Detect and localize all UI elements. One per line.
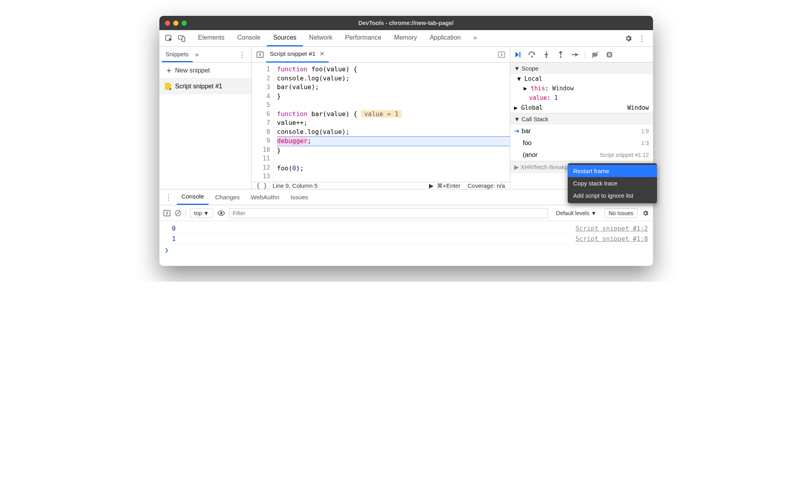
scope-this[interactable]: ▶ this: Window bbox=[510, 84, 653, 93]
callstack-section-header[interactable]: ▼ Call Stack bbox=[510, 113, 653, 125]
step-over-icon[interactable] bbox=[528, 51, 536, 58]
resume-icon[interactable] bbox=[513, 51, 522, 58]
context-menu: Restart frame Copy stack trace Add scrip… bbox=[568, 163, 657, 203]
log-value: 1 bbox=[164, 235, 176, 242]
snippet-file-icon bbox=[165, 83, 171, 90]
minimize-window-button[interactable] bbox=[173, 21, 178, 26]
run-shortcut: ⌘+Enter bbox=[437, 182, 461, 189]
log-source-link[interactable]: Script snippet #1:8 bbox=[575, 235, 648, 242]
svg-point-7 bbox=[546, 56, 547, 58]
issues-button[interactable]: No Issues bbox=[604, 208, 638, 218]
step-out-icon[interactable] bbox=[556, 51, 565, 58]
svg-point-8 bbox=[560, 56, 561, 58]
drawer-tab-issues[interactable]: Issues bbox=[286, 190, 313, 204]
deactivate-breakpoints-icon[interactable] bbox=[591, 51, 599, 58]
cursor-position: Line 9, Column 5 bbox=[273, 182, 318, 189]
svg-rect-12 bbox=[608, 53, 609, 56]
tab-performance[interactable]: Performance bbox=[339, 30, 388, 46]
settings-icon[interactable] bbox=[624, 34, 632, 42]
log-value: 0 bbox=[164, 225, 176, 232]
pause-on-exceptions-icon[interactable] bbox=[605, 51, 614, 58]
new-snippet-button[interactable]: ＋ New snippet bbox=[159, 63, 251, 78]
zoom-window-button[interactable] bbox=[182, 21, 187, 26]
step-into-icon[interactable] bbox=[542, 51, 551, 58]
step-icon[interactable] bbox=[571, 52, 579, 58]
device-toolbar-icon[interactable] bbox=[175, 34, 188, 42]
panel-tabs: Elements Console Sources Network Perform… bbox=[192, 30, 624, 46]
console-settings-icon[interactable] bbox=[642, 210, 649, 217]
editor-pane: Script snippet #1 ✕ 12345678910111213 fu… bbox=[252, 47, 510, 189]
scope-value[interactable]: value: 1 bbox=[510, 93, 653, 103]
console-toolbar: top▼ Default levels▼ No Issues bbox=[159, 205, 653, 221]
close-window-button[interactable] bbox=[165, 21, 170, 26]
svg-rect-3 bbox=[257, 52, 263, 57]
drawer-tab-webauthn[interactable]: WebAuthn bbox=[246, 190, 284, 204]
callstack-frame[interactable]: foo 1:3 bbox=[510, 137, 653, 149]
tab-network[interactable]: Network bbox=[303, 30, 339, 46]
snippet-item-label: Script snippet #1 bbox=[175, 83, 222, 90]
toggle-debugger-icon[interactable] bbox=[496, 51, 508, 58]
tab-overflow[interactable]: » bbox=[467, 30, 483, 46]
close-tab-icon[interactable]: ✕ bbox=[320, 50, 325, 57]
main-toolbar: Elements Console Sources Network Perform… bbox=[159, 30, 653, 47]
code-editor[interactable]: 12345678910111213 function foo(value) { … bbox=[252, 63, 510, 182]
console-prompt[interactable]: ❯ bbox=[164, 244, 648, 254]
clear-console-icon[interactable] bbox=[174, 210, 182, 217]
svg-point-17 bbox=[220, 212, 222, 214]
navigator-sidebar: Snippets » ⋮ ＋ New snippet Script snippe… bbox=[159, 47, 252, 189]
console-output: 0 Script snippet #1:2 1 Script snippet #… bbox=[159, 221, 653, 266]
tab-console[interactable]: Console bbox=[231, 30, 267, 46]
tab-sources[interactable]: Sources bbox=[267, 30, 303, 46]
ctx-copy-stack[interactable]: Copy stack trace bbox=[568, 177, 657, 189]
snippet-item[interactable]: Script snippet #1 bbox=[159, 78, 251, 94]
ctx-ignore-list[interactable]: Add script to ignore list bbox=[568, 189, 657, 202]
svg-rect-4 bbox=[498, 52, 505, 57]
sidebar-overflow[interactable]: » bbox=[195, 51, 199, 58]
svg-point-6 bbox=[531, 56, 533, 57]
window-title: DevTools - chrome://new-tab-page/ bbox=[358, 20, 454, 26]
editor-file-tab-label: Script snippet #1 bbox=[270, 50, 316, 57]
tab-memory[interactable]: Memory bbox=[388, 30, 423, 46]
svg-rect-13 bbox=[609, 53, 610, 56]
tab-application[interactable]: Application bbox=[423, 30, 467, 46]
log-source-link[interactable]: Script snippet #1:2 bbox=[575, 225, 648, 232]
sidebar-more-icon[interactable]: ⋮ bbox=[236, 50, 249, 59]
console-filter-input[interactable] bbox=[229, 208, 548, 218]
titlebar: DevTools - chrome://new-tab-page/ bbox=[159, 16, 653, 30]
console-log-row[interactable]: 1 Script snippet #1:8 bbox=[164, 234, 648, 244]
execution-context-selector[interactable]: top▼ bbox=[190, 208, 213, 218]
drawer-more-icon[interactable]: ⋮ bbox=[162, 193, 175, 202]
console-sidebar-toggle-icon[interactable] bbox=[163, 210, 170, 217]
coverage-status: Coverage: n/a bbox=[467, 182, 505, 189]
console-log-row[interactable]: 0 Script snippet #1:2 bbox=[164, 223, 648, 234]
pretty-print-icon[interactable]: { } bbox=[257, 182, 267, 189]
callstack-frame[interactable]: (anor Script snippet #1:12 bbox=[510, 149, 653, 161]
tab-elements[interactable]: Elements bbox=[192, 30, 231, 46]
scope-local[interactable]: ▼ Local bbox=[510, 74, 653, 84]
scope-section-header[interactable]: ▼ Scope bbox=[510, 63, 653, 74]
drawer-tab-console[interactable]: Console bbox=[177, 189, 209, 205]
editor-status-bar: { } Line 9, Column 5 ▶ ⌘+Enter Coverage:… bbox=[252, 182, 510, 189]
live-expression-icon[interactable] bbox=[217, 210, 225, 216]
svg-rect-14 bbox=[164, 210, 170, 216]
drawer-tab-changes[interactable]: Changes bbox=[210, 190, 244, 204]
callstack-frame[interactable]: ➔bar 1:9 bbox=[510, 125, 653, 137]
window-controls bbox=[165, 21, 187, 26]
new-snippet-label: New snippet bbox=[175, 67, 210, 74]
ctx-restart-frame[interactable]: Restart frame bbox=[568, 165, 657, 177]
svg-rect-2 bbox=[182, 37, 185, 42]
svg-point-9 bbox=[577, 54, 578, 55]
toggle-navigator-icon[interactable] bbox=[254, 51, 266, 58]
svg-rect-5 bbox=[519, 52, 521, 57]
sidebar-tab-snippets[interactable]: Snippets bbox=[162, 47, 193, 62]
scope-global[interactable]: ▶ Global Window bbox=[510, 103, 653, 113]
inspect-element-icon[interactable] bbox=[163, 34, 175, 42]
run-snippet-icon[interactable]: ▶ bbox=[429, 182, 434, 189]
devtools-window: DevTools - chrome://new-tab-page/ Elemen… bbox=[159, 16, 653, 266]
more-menu-icon[interactable]: ⋮ bbox=[638, 34, 646, 43]
svg-line-16 bbox=[176, 211, 180, 215]
log-levels-selector[interactable]: Default levels▼ bbox=[552, 209, 600, 218]
editor-file-tab[interactable]: Script snippet #1 ✕ bbox=[266, 47, 329, 63]
debug-toolbar bbox=[510, 47, 653, 63]
